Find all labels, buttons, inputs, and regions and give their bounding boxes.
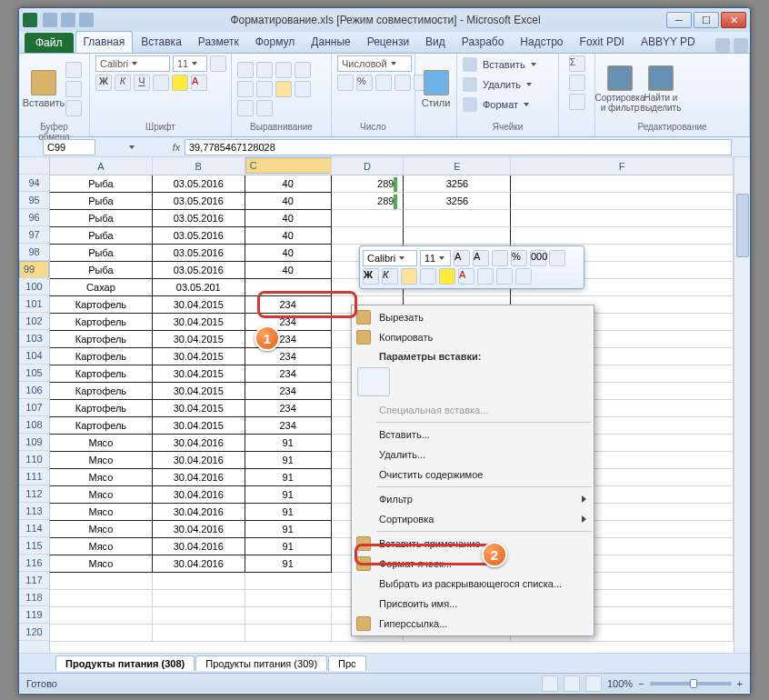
- row-header[interactable]: 103: [19, 330, 49, 347]
- col-C[interactable]: C: [245, 157, 332, 174]
- layout-tab[interactable]: Разметк: [190, 31, 247, 53]
- cell[interactable]: Картофель: [50, 383, 153, 400]
- fx-icon[interactable]: fx: [168, 142, 185, 153]
- view-layout-icon[interactable]: [564, 675, 580, 692]
- ctx-comment[interactable]: Вставить примечание: [352, 534, 594, 554]
- align-center-icon[interactable]: [275, 81, 292, 97]
- copy-icon[interactable]: [65, 81, 82, 97]
- cell[interactable]: 30.04.2015: [153, 365, 245, 383]
- cell[interactable]: Мясо: [50, 486, 153, 504]
- view-tab[interactable]: Вид: [417, 31, 454, 53]
- cell[interactable]: 03.05.2016: [153, 193, 245, 210]
- cell[interactable]: 91: [245, 469, 332, 486]
- sheet-tab-3[interactable]: Прс: [328, 655, 366, 671]
- minimize-ribbon-icon[interactable]: [715, 38, 730, 53]
- cut-icon[interactable]: [65, 62, 82, 78]
- cell[interactable]: 91: [245, 504, 332, 521]
- ctx-format-cells[interactable]: Формат ячеек...: [352, 554, 594, 574]
- mini-currency-icon[interactable]: [492, 250, 508, 266]
- cell[interactable]: [245, 607, 332, 625]
- name-box[interactable]: C99: [43, 139, 95, 155]
- row-header[interactable]: 106: [19, 382, 49, 399]
- cell[interactable]: Мясо: [50, 504, 153, 521]
- cell[interactable]: Рыба: [50, 262, 153, 279]
- align-mid-icon[interactable]: [256, 62, 273, 78]
- cell[interactable]: 30.04.2015: [153, 296, 245, 314]
- mini-border-icon[interactable]: [420, 268, 436, 285]
- foxit-tab[interactable]: Foxit PDI: [572, 31, 633, 53]
- cell[interactable]: Сахар: [50, 279, 153, 296]
- cell[interactable]: Мясо: [50, 538, 153, 555]
- view-normal-icon[interactable]: [542, 675, 558, 692]
- cell[interactable]: 91: [245, 486, 332, 504]
- cell[interactable]: [511, 210, 734, 227]
- cell[interactable]: 30.04.2015: [153, 383, 245, 400]
- cell[interactable]: Картофель: [50, 296, 153, 314]
- autosum-icon[interactable]: Σ: [569, 55, 585, 72]
- mini-decdec-icon[interactable]: [496, 268, 513, 285]
- cell[interactable]: 40: [245, 175, 332, 193]
- col-headers[interactable]: A B C D E F: [50, 157, 734, 175]
- review-tab[interactable]: Рецензи: [359, 31, 417, 53]
- row-header[interactable]: 100: [19, 278, 49, 295]
- cell[interactable]: Картофель: [50, 314, 153, 331]
- zoom-slider[interactable]: [690, 679, 697, 688]
- row-header[interactable]: 120: [19, 624, 49, 641]
- cell[interactable]: 289: [332, 175, 404, 193]
- align-right-icon[interactable]: [295, 81, 311, 97]
- insert-tab[interactable]: Вставка: [133, 31, 190, 53]
- vertical-scrollbar[interactable]: [734, 157, 750, 653]
- cell[interactable]: 3256: [404, 175, 511, 193]
- cell[interactable]: Мясо: [50, 452, 153, 469]
- cell[interactable]: Мясо: [50, 435, 153, 452]
- file-tab[interactable]: Файл: [25, 33, 74, 53]
- close-button[interactable]: ✕: [721, 12, 746, 28]
- mini-shrink-icon[interactable]: A: [473, 250, 489, 266]
- mini-bold-icon[interactable]: Ж: [363, 268, 379, 285]
- cell[interactable]: [50, 573, 153, 590]
- scrollbar-thumb[interactable]: [736, 194, 749, 257]
- underline-icon[interactable]: Ч: [134, 75, 150, 91]
- italic-icon[interactable]: К: [115, 75, 131, 91]
- cell[interactable]: [50, 590, 153, 607]
- mini-paint-icon[interactable]: [549, 250, 565, 266]
- cell[interactable]: 234: [245, 417, 332, 435]
- row-header[interactable]: 98: [19, 244, 49, 261]
- ctx-cut[interactable]: Вырезать: [352, 307, 594, 327]
- row-header[interactable]: 95: [19, 192, 49, 209]
- row-header[interactable]: 110: [19, 451, 49, 468]
- ctx-insert[interactable]: Вставить...: [352, 425, 594, 445]
- inc-dec-icon[interactable]: [394, 75, 411, 91]
- currency-icon[interactable]: [337, 75, 354, 91]
- bold-icon[interactable]: Ж: [95, 75, 112, 91]
- wrap-icon[interactable]: [237, 81, 254, 97]
- format-painter-icon[interactable]: [65, 100, 82, 116]
- cell[interactable]: Рыба: [50, 193, 153, 210]
- sheet-tab-2[interactable]: Продукты питания (309): [195, 655, 327, 671]
- paste-button[interactable]: Вставить: [25, 59, 63, 119]
- minimize-button[interactable]: ─: [666, 12, 692, 28]
- cell[interactable]: 30.04.2016: [153, 469, 245, 486]
- cell[interactable]: 91: [245, 435, 332, 452]
- cell[interactable]: [332, 227, 404, 245]
- cell[interactable]: [332, 210, 404, 227]
- cell[interactable]: 03.05.2016: [153, 245, 245, 262]
- row-header[interactable]: 97: [19, 226, 49, 244]
- cell[interactable]: 234: [245, 383, 332, 400]
- row-header[interactable]: 117: [19, 572, 49, 589]
- cell[interactable]: 30.04.2016: [153, 452, 245, 469]
- cell[interactable]: [245, 279, 332, 296]
- row-header[interactable]: 111: [19, 468, 49, 485]
- cell[interactable]: Картофель: [50, 331, 153, 348]
- cell[interactable]: Картофель: [50, 348, 153, 365]
- row-header[interactable]: 96: [19, 209, 49, 226]
- cell[interactable]: 30.04.2016: [153, 538, 245, 555]
- cell[interactable]: Мясо: [50, 555, 153, 573]
- cell[interactable]: 40: [245, 193, 332, 210]
- row-header[interactable]: 119: [19, 606, 49, 624]
- align-top-icon[interactable]: [237, 62, 254, 78]
- cell[interactable]: 3256: [404, 193, 511, 210]
- cell[interactable]: 289: [332, 193, 404, 210]
- cell[interactable]: 03.05.2016: [153, 175, 245, 193]
- ctx-pick[interactable]: Выбрать из раскрывающегося списка...: [352, 574, 594, 594]
